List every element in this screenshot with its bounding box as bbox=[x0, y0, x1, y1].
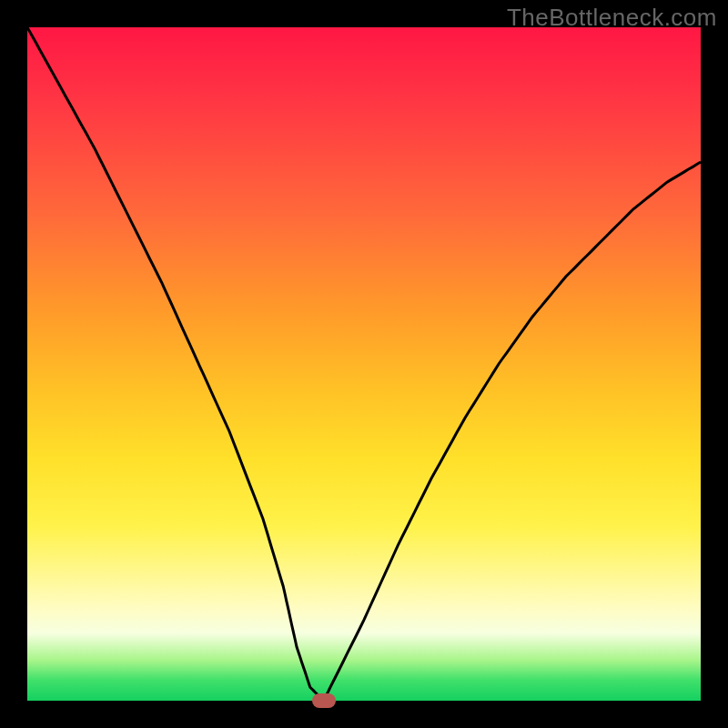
bottleneck-curve bbox=[27, 27, 701, 701]
chart-frame: TheBottleneck.com bbox=[0, 0, 728, 728]
plot-area bbox=[27, 27, 701, 701]
curve-path bbox=[27, 27, 701, 701]
watermark-text: TheBottleneck.com bbox=[507, 4, 717, 32]
optimal-point-marker bbox=[312, 693, 336, 708]
